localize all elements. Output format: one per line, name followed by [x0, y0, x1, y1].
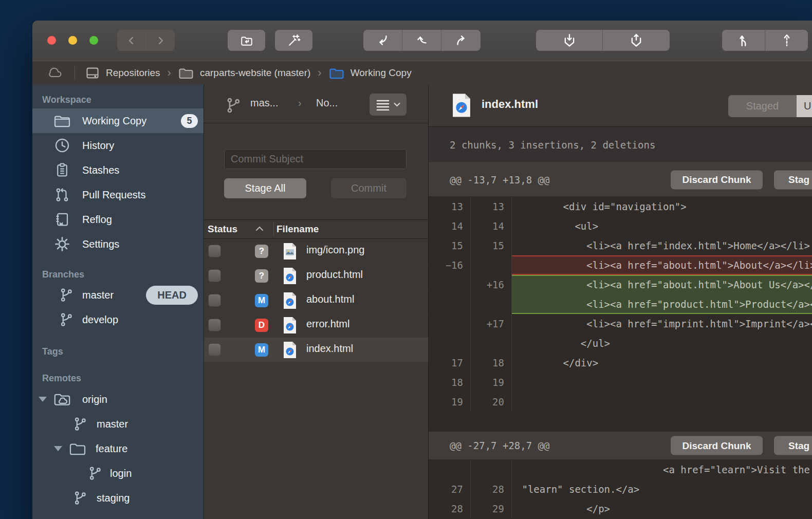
- breadcrumb-working-copy[interactable]: Working Copy: [329, 66, 412, 80]
- breadcrumb-label: Repositories: [106, 67, 160, 79]
- diff-line[interactable]: 1313 <div id="navigation">: [429, 197, 812, 216]
- filename: error.html: [306, 318, 349, 330]
- disclosure-triangle-icon[interactable]: [54, 446, 62, 451]
- pull-request-icon: [53, 187, 71, 203]
- table-row[interactable]: D error.html: [204, 313, 428, 338]
- sidebar-item-branch-master[interactable]: master HEAD: [32, 283, 204, 307]
- cloud-icon[interactable]: [48, 66, 63, 80]
- sidebar-item-working-copy[interactable]: Working Copy 5: [32, 108, 204, 133]
- status-badge: ?: [255, 245, 268, 258]
- diff-line-added[interactable]: <li><a href="product.html">Product</a></…: [429, 294, 812, 314]
- folder-icon: [178, 66, 194, 80]
- sidebar-item-remote-origin[interactable]: origin: [32, 387, 204, 412]
- new-line-number: +17: [471, 314, 512, 333]
- stage-checkbox[interactable]: [208, 343, 221, 356]
- diff-line[interactable]: 1414 <ul>: [429, 216, 812, 236]
- view-options-button[interactable]: [370, 94, 407, 116]
- diff-line[interactable]: 2728 "learn" section.</a>: [429, 479, 812, 499]
- diff-line[interactable]: <a href="learn">Visit the: [429, 460, 812, 479]
- diff-line[interactable]: 1515 <li><a href="index.html">Home</a></…: [429, 236, 812, 255]
- sidebar-item-pull-requests[interactable]: Pull Requests: [32, 182, 204, 207]
- code-text: <li><a href="about.html">About</a></li>: [512, 255, 812, 275]
- head-badge: HEAD: [146, 286, 198, 305]
- pull-button[interactable]: [402, 30, 441, 51]
- old-line-number: [429, 333, 471, 353]
- sidebar-item-remote-login[interactable]: login: [32, 461, 204, 486]
- merge-icon: [737, 34, 750, 47]
- sidebar-section-branches: Branches: [32, 266, 204, 280]
- stage-checkbox[interactable]: [208, 245, 221, 257]
- diff-line[interactable]: 2829 </p>: [429, 499, 812, 518]
- sidebar-item-label: master: [82, 289, 114, 301]
- diff-line-removed[interactable]: −16 <li><a href="about.html">About</a></…: [429, 255, 812, 275]
- close-icon[interactable]: [47, 36, 56, 45]
- diff-line[interactable]: 1819: [429, 373, 812, 392]
- change-count-badge: 5: [181, 114, 198, 128]
- open-repo-button[interactable]: [228, 30, 265, 51]
- discard-chunk-button[interactable]: Discard Chunk: [671, 436, 763, 455]
- stage-checkbox[interactable]: [208, 294, 221, 307]
- stage-checkbox[interactable]: [208, 269, 221, 282]
- back-button[interactable]: [117, 30, 146, 51]
- table-row-selected[interactable]: M index.html: [204, 338, 428, 362]
- diff-line[interactable]: 1718 </div>: [429, 353, 812, 373]
- commit-target-label[interactable]: No...: [316, 97, 338, 109]
- integrate-group: [722, 30, 808, 51]
- sidebar-item-remote-staging[interactable]: staging: [32, 486, 204, 510]
- table-row[interactable]: ? img/icon.png: [204, 239, 428, 264]
- current-branch-label[interactable]: mas...: [250, 97, 278, 109]
- diff-line-added[interactable]: +16 <li><a href="about.html">About Us</a…: [429, 275, 812, 294]
- zoom-icon[interactable]: [89, 36, 98, 45]
- title-bar: [32, 21, 812, 61]
- push-button[interactable]: [441, 30, 481, 51]
- new-line-number: 29: [471, 499, 512, 518]
- merge-button[interactable]: [722, 30, 765, 51]
- stage-chunk-button[interactable]: Stag: [774, 436, 812, 455]
- old-line-number: 28: [429, 499, 471, 518]
- stage-chunk-button[interactable]: Stag: [774, 170, 812, 189]
- diff-line[interactable]: +17 <li><a href="imprint.html">Imprint</…: [429, 314, 812, 333]
- sidebar-item-remote-feature[interactable]: feature: [32, 436, 204, 461]
- forward-button[interactable]: [146, 30, 175, 51]
- quick-actions-button[interactable]: [275, 30, 312, 51]
- old-line-number: 15: [429, 236, 471, 255]
- sidebar-item-label: Pull Requests: [82, 189, 145, 201]
- sidebar-item-stashes[interactable]: Stashes: [32, 158, 204, 182]
- branch-icon: [71, 416, 89, 432]
- sidebar-item-reflog[interactable]: Reflog: [32, 207, 204, 232]
- breadcrumb-repositories[interactable]: Repositories: [85, 66, 160, 80]
- rebase-button[interactable]: [765, 30, 808, 51]
- sort-ascending-icon[interactable]: [255, 226, 264, 231]
- commit-button[interactable]: Commit: [331, 178, 407, 198]
- table-row[interactable]: M about.html: [204, 288, 428, 313]
- diff-line[interactable]: 1920: [429, 392, 812, 412]
- minimize-icon[interactable]: [68, 36, 77, 45]
- stage-checkbox[interactable]: [208, 319, 221, 331]
- code-text: <li><a href="product.html">Product</a></…: [512, 294, 812, 314]
- column-status[interactable]: Status: [208, 224, 237, 235]
- sidebar-item-branch-develop[interactable]: develop: [32, 307, 204, 332]
- breadcrumb-repo[interactable]: carparts-website (master): [178, 66, 310, 80]
- stash-button[interactable]: [536, 30, 603, 51]
- chunk-range: @@ -13,7 +13,8 @@: [450, 174, 549, 186]
- commit-subject-input[interactable]: [224, 149, 407, 169]
- stage-all-button[interactable]: Stage All: [224, 178, 306, 198]
- diff-line[interactable]: </ul>: [429, 333, 812, 353]
- sidebar-item-remote-master[interactable]: master: [32, 412, 204, 436]
- column-filename[interactable]: Filename: [276, 224, 319, 235]
- pop-stash-button[interactable]: [603, 30, 670, 51]
- disclosure-triangle-icon[interactable]: [39, 397, 47, 402]
- segment-unstaged[interactable]: U: [797, 95, 812, 117]
- sidebar-item-label: develop: [82, 314, 118, 326]
- chevron-separator-icon: ›: [318, 66, 321, 80]
- sidebar-item-history[interactable]: History: [32, 133, 204, 158]
- breadcrumb-label: Working Copy: [350, 67, 412, 79]
- sidebar-item-settings[interactable]: Settings: [32, 232, 204, 256]
- branch-icon: [71, 490, 89, 506]
- table-row[interactable]: ? product.html: [204, 264, 428, 288]
- fetch-button[interactable]: [363, 30, 402, 51]
- old-line-number: [429, 314, 471, 333]
- magic-wand-icon: [287, 34, 301, 47]
- segment-staged[interactable]: Staged: [728, 95, 797, 117]
- discard-chunk-button[interactable]: Discard Chunk: [671, 170, 763, 189]
